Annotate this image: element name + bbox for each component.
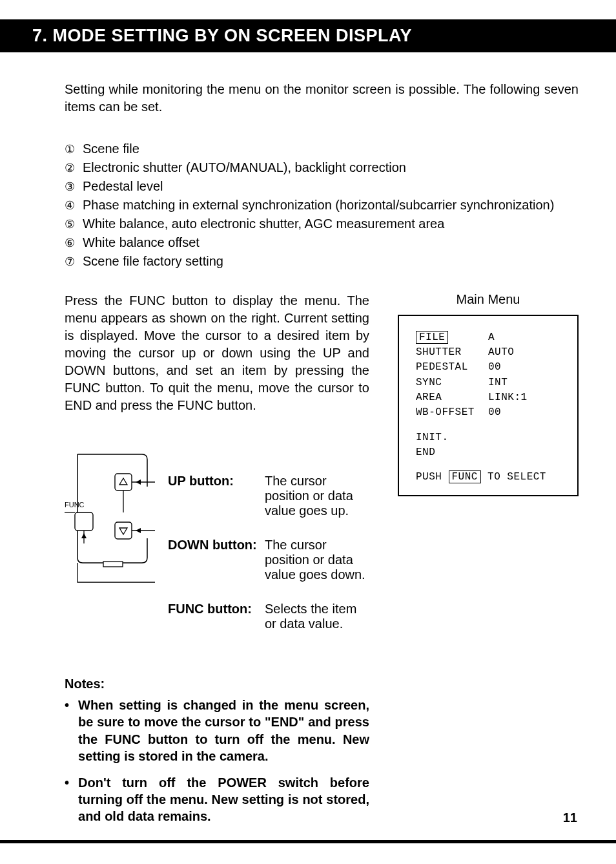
osd-menu-box: FILEA SHUTTERAUTO PEDESTAL00 SYNCINT ARE… [398,315,579,496]
osd-key: END [416,447,435,458]
bullet-icon: • [65,774,69,825]
list-item: ②Electronic shutter (AUTO/MANUAL), backl… [65,160,579,175]
intro-paragraph: Setting while monitoring the menu on the… [65,81,579,116]
osd-key: AREA [416,390,488,405]
osd-val: INT [488,377,508,388]
osd-row: PEDESTAL00 [416,360,564,375]
circled-number: ③ [65,180,79,194]
svg-rect-0 [115,474,132,490]
down-button-label: DOWN button: [168,538,265,582]
osd-val: LINK:1 [488,392,528,403]
osd-key: INIT. [416,432,449,443]
section-title: 7. MODE SETTING BY ON SCREEN DISPLAY [32,26,412,45]
osd-val: A [488,332,495,343]
list-item-text: Pedestal level [83,179,163,193]
notes-section: Notes: • When setting is changed in the … [65,677,369,825]
list-item-text: Scene file factory setting [83,254,223,268]
button-diagram-block: FUNC UP button: The [65,448,369,651]
mainmenu-title: Main Menu [398,292,579,307]
left-column: Press the FUNC button to display the men… [65,292,369,834]
note-item: • When setting is changed in the menu sc… [65,697,369,765]
list-item: ⑦Scene file factory setting [65,254,579,269]
notes-heading: Notes: [65,677,369,691]
up-button-label: UP button: [168,474,265,518]
page-number: 11 [563,810,577,825]
osd-row: FILEA [416,330,564,345]
osd-row: SHUTTERAUTO [416,345,564,360]
osd-footer-post: TO SELECT [481,471,546,483]
up-button-desc: The cursor position or data value goes u… [265,474,369,518]
list-item-text: White balance, auto electronic shutter, … [83,216,444,231]
list-item: ①Scene file [65,142,579,156]
right-column: Main Menu FILEA SHUTTERAUTO PEDESTAL00 S… [398,292,579,834]
osd-footer-box: FUNC [449,470,481,483]
list-item-text: Scene file [83,142,139,156]
circled-number: ④ [65,198,79,213]
circled-number: ⑤ [65,217,79,231]
bottom-rule [0,840,616,843]
note-text: When setting is changed in the menu scre… [78,697,369,765]
section-header: 7. MODE SETTING BY ON SCREEN DISPLAY [0,19,616,52]
circled-number: ⑦ [65,255,79,269]
down-button-desc: The cursor position or data value goes d… [265,538,369,582]
svg-text:FUNC: FUNC [65,501,85,509]
osd-key: SHUTTER [416,345,488,360]
circled-number: ⑥ [65,236,79,250]
list-item-text: White balance offset [83,235,200,249]
func-button-label: FUNC button: [168,602,265,631]
osd-val: 00 [488,406,501,418]
osd-key: SYNC [416,375,488,390]
circled-number: ② [65,161,79,175]
numbered-list: ①Scene file ②Electronic shutter (AUTO/MA… [65,142,579,269]
list-item: ⑤White balance, auto electronic shutter,… [65,216,579,231]
list-item-text: Phase matching in external synchronizati… [83,198,554,212]
osd-row: WB-OFFSET00 [416,405,564,420]
note-item: • Don't turn off the POWER switch before… [65,774,369,825]
osd-row: AREALINK:1 [416,390,564,405]
osd-row: INIT. [416,430,564,445]
note-text: Don't turn off the POWER switch before t… [78,774,369,825]
osd-row: SYNCINT [416,375,564,390]
button-descriptions: UP button: The cursor position or data v… [168,448,369,651]
osd-val: AUTO [488,346,514,358]
instructions-paragraph: Press the FUNC button to display the men… [65,292,369,414]
list-item: ④Phase matching in external synchronizat… [65,198,579,213]
button-diagram: FUNC [65,448,161,599]
osd-key: PEDESTAL [416,360,488,375]
two-column-section: Press the FUNC button to display the men… [65,292,579,834]
bullet-icon: • [65,697,69,765]
osd-row: END [416,445,564,460]
func-button-desc: Selects the item or data value. [265,602,369,631]
list-item: ⑥White balance offset [65,235,579,250]
svg-rect-5 [75,512,93,531]
osd-key: WB-OFFSET [416,405,488,420]
osd-footer: PUSH FUNC TO SELECT [416,470,564,485]
circled-number: ① [65,142,79,156]
svg-rect-3 [115,522,132,539]
osd-val: 00 [488,361,501,373]
svg-rect-8 [103,562,123,567]
page-content: Setting while monitoring the menu on the… [0,81,616,834]
list-item-text: Electronic shutter (AUTO/MANUAL), backli… [83,160,406,174]
osd-footer-pre: PUSH [416,471,449,483]
list-item: ③Pedestal level [65,179,579,194]
osd-selected: FILE [416,331,448,344]
